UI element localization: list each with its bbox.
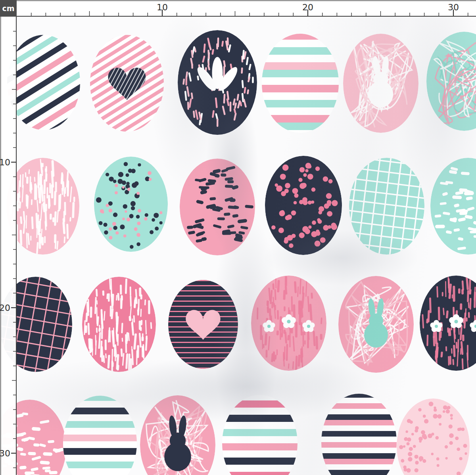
- egg-pink-scribble-white-bunny: [343, 34, 418, 133]
- egg-navy-pink-dots: [265, 156, 342, 255]
- egg-pink-brush-texture: [6, 158, 79, 255]
- v-ruler-label-10: 10: [0, 157, 10, 167]
- egg-pink-scratch-texture: [82, 277, 156, 373]
- top-ruler-svg: 102030: [0, 0, 476, 17]
- fabric-pattern-svg: [0, 0, 476, 475]
- v-ruler-label-30: 30: [0, 448, 10, 458]
- ruler-unit-label: cm: [2, 4, 14, 13]
- left-ruler-svg: 102030: [0, 0, 17, 475]
- ruler-unit-badge: cm: [0, 0, 17, 17]
- h-ruler-label-20: 20: [302, 2, 313, 12]
- fabric-swatch-preview: 102030 102030 cm: [0, 0, 476, 475]
- egg-pink-scribble-mint-bunny: [338, 276, 414, 373]
- v-ruler-label-20: 20: [0, 303, 10, 313]
- egg-mint-dots: [94, 157, 168, 252]
- egg-pink-navy-dashes: [180, 159, 255, 255]
- h-ruler-label-10: 10: [157, 2, 168, 12]
- egg-pink-streaks-flowers: [251, 276, 326, 371]
- h-ruler-label-30: 30: [448, 2, 459, 12]
- egg-navy-confetti-petals: [178, 30, 257, 135]
